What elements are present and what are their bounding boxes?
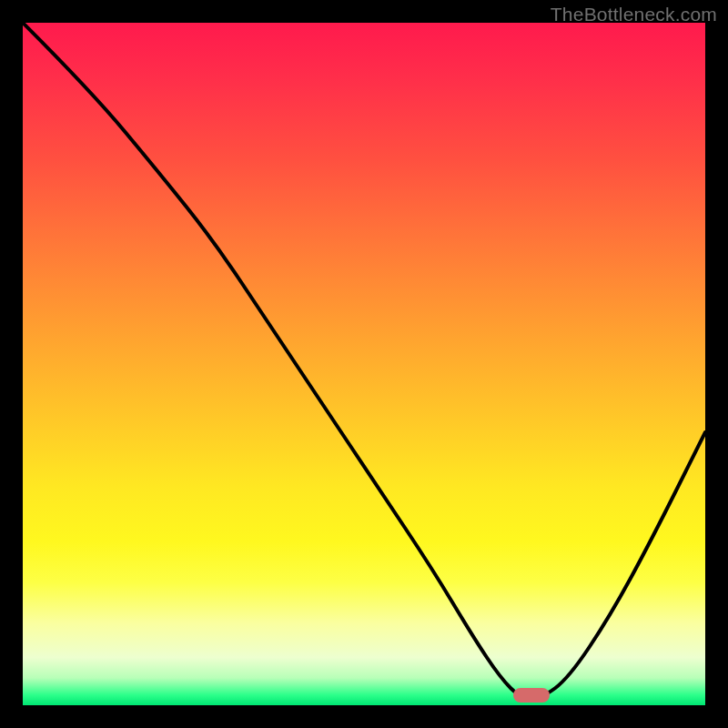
- optimal-point-marker: [513, 688, 550, 703]
- chart-background: [23, 23, 705, 705]
- watermark-text: TheBottleneck.com: [551, 4, 717, 25]
